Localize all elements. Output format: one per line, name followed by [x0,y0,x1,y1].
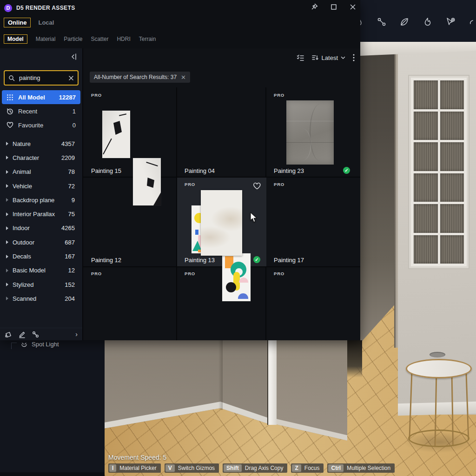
expand-arrow-icon[interactable] [6,198,8,202]
downloaded-check-icon: ✓ [343,167,350,174]
category-stylized[interactable]: Stylized152 [0,278,82,291]
leaf-icon[interactable] [399,17,410,27]
fluted-glass-partition[interactable] [411,78,467,266]
shortcut-multiple-selection: CtrlMultiple Selection [327,463,395,473]
edit-pencil-icon[interactable] [18,331,26,338]
expand-arrow-icon[interactable] [6,142,8,145]
thumbnail-painting-15[interactable] [102,111,130,158]
expand-arrow-icon[interactable] [6,212,8,216]
category-basic-model[interactable]: Basic Model12 [0,264,82,278]
tab-local[interactable]: Local [37,18,55,27]
category-vehicle[interactable]: Vehicle72 [0,179,82,193]
collapse-sidebar-icon[interactable] [70,53,78,61]
viewport-hallway-wall[interactable] [360,42,397,352]
thumbnail-painting-23[interactable] [286,100,334,165]
thumbnail-painting-04[interactable] [222,253,251,301]
thumbnail-painting-15[interactable] [133,158,161,205]
filter-checklist-icon[interactable] [297,54,304,61]
sidebar-item-all-model[interactable]: All Model 12287 [2,90,80,104]
category-interior-parallax[interactable]: Interior Parallax75 [0,207,82,221]
expand-arrow-icon[interactable] [6,283,8,286]
cursor-select-add-icon[interactable] [445,17,456,27]
tree-indent-line [11,343,17,349]
pro-badge: PRO [274,271,284,276]
tile-name: Painting 04 [185,167,215,174]
category-list: Nature4357 Character2209 Animal78 Vehicl… [0,137,82,306]
table-bottom-ring [408,430,469,447]
expand-arrow-icon[interactable] [6,240,8,244]
recent-clock-icon [7,108,13,115]
pro-badge: PRO [185,271,195,276]
pro-badge: PRO [185,182,195,187]
flame-icon[interactable] [422,17,432,27]
category-character[interactable]: Character2209 [0,151,82,165]
expand-arrow-icon[interactable] [6,297,8,300]
pin-icon[interactable] [310,3,318,11]
category-outdoor[interactable]: Outdoor687 [0,235,82,249]
tab-scatter[interactable]: Scatter [91,36,108,42]
grid-dots-icon [7,94,13,101]
maximize-icon[interactable] [330,3,337,11]
viewport-hall-gap-shadow [347,340,362,377]
downloaded-check-icon: ✓ [253,256,260,263]
expand-arrow-icon[interactable] [6,226,8,230]
grid-separator [83,266,360,267]
app-window: Spot Light Movement Speed: 5 IMaterial P… [0,0,476,476]
category-animal[interactable]: Animal78 [0,165,82,179]
expand-arrow-icon[interactable] [6,170,8,174]
viewport-open-door-edge[interactable] [268,340,277,425]
expand-arrow-icon[interactable] [6,156,8,159]
sort-control[interactable]: Latest [312,54,345,61]
tile-name: Painting 15 [91,167,121,174]
category-indoor[interactable]: Indoor4265 [0,221,82,235]
source-tabs: Online Local [4,18,55,27]
category-scanned[interactable]: Scanned204 [0,291,82,305]
thumbnail-painting-13[interactable] [201,190,242,256]
close-icon[interactable] [349,3,357,11]
cup-opening [430,352,445,357]
tab-material[interactable]: Material [36,36,56,42]
spot-light-label: Spot Light [32,341,59,348]
paint-bucket-icon[interactable] [5,331,13,338]
tab-terrain[interactable]: Terrain [139,36,156,42]
tile-name: Painting 12 [91,257,121,264]
sidebar-footer: › [0,328,82,340]
link-bone-icon[interactable] [377,17,387,27]
expand-arrow-icon[interactable] [6,269,8,272]
tab-model[interactable]: Model [4,34,27,44]
category-decals[interactable]: Decals167 [0,249,82,263]
partial-toolbar-icon[interactable] [469,17,473,27]
pro-badge: PRO [274,93,284,98]
expand-footer-icon[interactable]: › [75,331,78,338]
tab-particle[interactable]: Particle [64,36,82,42]
search-results-chip[interactable]: All-Number of Search Results: 37 ✕ [90,72,190,83]
link-chain-icon[interactable] [32,331,40,338]
tab-online[interactable]: Online [4,18,31,27]
kebab-menu-icon[interactable] [353,54,355,61]
spot-light-icon [20,340,28,348]
search-box[interactable] [4,70,79,86]
tab-hdri[interactable]: HDRI [117,36,130,42]
side-table[interactable] [406,359,472,378]
search-input[interactable] [18,74,65,82]
sidebar-item-favourite[interactable]: Favourite 0 [2,118,80,132]
sort-icon [312,54,319,61]
pro-badge: PRO [274,182,284,187]
shortcut-material-picker: IMaterial Picker [108,463,161,473]
expand-arrow-icon[interactable] [6,255,8,258]
shortcut-bar: IMaterial Picker VSwitch Gizmos ShiftDra… [108,463,395,473]
sidebar-item-recent[interactable]: Recent 1 [2,104,80,118]
tile-name: Painting 17 [274,257,304,264]
clear-search-icon[interactable] [68,75,74,81]
tile-name: Painting 13 [185,257,215,264]
spot-light-item[interactable]: Spot Light [11,339,59,349]
movement-speed-label: Movement Speed: 5 [108,454,166,461]
viewport-wall-corner-shadow [218,340,223,410]
chip-close-icon[interactable]: ✕ [181,74,186,81]
favourite-heart-icon[interactable] [253,182,261,190]
expand-arrow-icon[interactable] [6,184,8,188]
shortcut-drag-axis-copy: ShiftDrag Axis Copy [223,463,287,473]
category-nature[interactable]: Nature4357 [0,137,82,151]
category-backdrop-plane[interactable]: Backdrop plane9 [0,193,82,207]
mouse-cursor [250,212,258,223]
